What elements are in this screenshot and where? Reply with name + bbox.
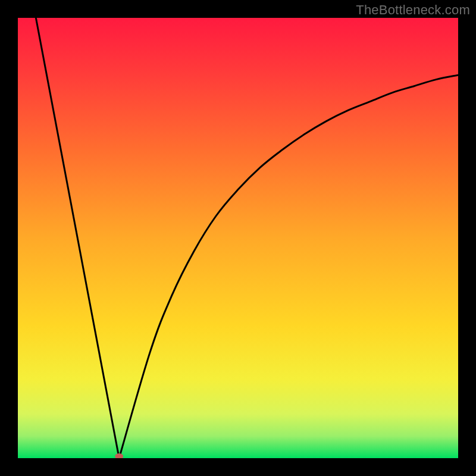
chart-container: TheBottleneck.com xyxy=(0,0,476,476)
attribution-text: TheBottleneck.com xyxy=(356,2,470,18)
bottleneck-chart xyxy=(18,18,458,458)
gradient-background xyxy=(18,18,458,458)
